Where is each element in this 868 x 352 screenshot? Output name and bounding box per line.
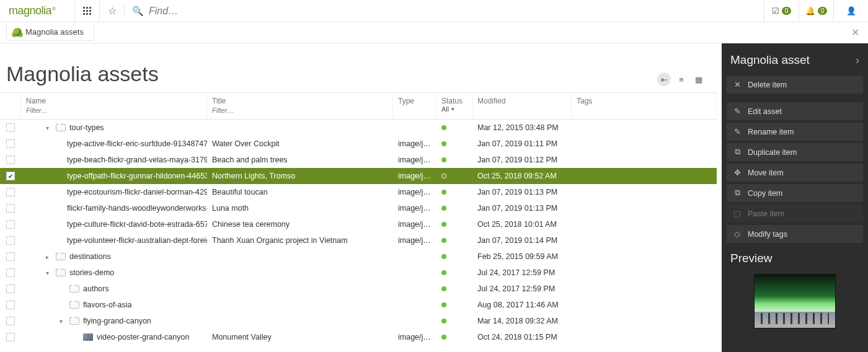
asset-name: flavors-of-asia [83, 301, 132, 309]
col-name[interactable]: Name [21, 93, 207, 119]
tree-icon: ⇤ [661, 75, 668, 84]
favorites-button[interactable]: ☆ [99, 0, 124, 22]
table-row[interactable]: ▾stories-demoJul 24, 2017 12:59 PM [0, 265, 717, 281]
search-icon: 🔍 [132, 6, 144, 17]
asset-name: flickr-family-hands-woodleywonderworks-2… [67, 204, 207, 213]
view-tree-button[interactable]: ⇤ [657, 73, 671, 86]
row-checkbox[interactable] [0, 123, 21, 132]
table-row[interactable]: ▸destinationsFeb 25, 2015 09:59 AM [0, 249, 717, 265]
action-copy-item[interactable]: ⧉Copy item [727, 184, 863, 202]
folder-icon [69, 317, 79, 325]
page-title: Magnolia assets [6, 62, 159, 86]
chevron-right-icon[interactable]: › [856, 53, 859, 67]
app-launcher-button[interactable] [74, 0, 99, 22]
page-head: Magnolia assets ⇤ ≡ ▦ [0, 43, 717, 92]
cell-modified: Mar 14, 2018 09:32 AM [472, 317, 572, 325]
search-input[interactable] [149, 6, 335, 17]
status-value: All [441, 105, 449, 113]
cell-title: Beautiful toucan [207, 188, 393, 196]
cell-name: type-active-flickr-eric-surfdude-9134874… [21, 139, 207, 148]
asset-name: type-active-flickr-eric-surfdude-9134874… [67, 139, 207, 148]
col-check [0, 93, 21, 119]
action-delete-item[interactable]: ✕Delete item [727, 76, 863, 94]
col-status-label: Status [441, 97, 463, 105]
table-row[interactable]: ▾tour-typesMar 12, 2015 03:48 PM [0, 120, 717, 136]
table-row[interactable]: ✔type-offpath-flickr-gunnar-hildonen-446… [0, 168, 717, 184]
expand-toggle[interactable]: ▾ [46, 270, 52, 276]
row-checkbox[interactable] [0, 301, 21, 309]
row-checkbox[interactable] [0, 333, 21, 341]
view-list-button[interactable]: ≡ [675, 73, 688, 86]
table-row[interactable]: flavors-of-asiaAug 08, 2017 11:46 AM [0, 297, 717, 313]
notifications-button[interactable]: 🔔 0 [799, 0, 833, 22]
row-checkbox[interactable] [0, 156, 21, 164]
expand-toggle[interactable]: ▾ [46, 125, 52, 131]
tasks-badge: 0 [782, 7, 792, 15]
asset-name: destinations [69, 252, 111, 261]
list-icon: ≡ [679, 75, 684, 84]
filter-title-input[interactable] [212, 105, 388, 118]
row-checkbox[interactable] [0, 204, 21, 213]
row-checkbox[interactable] [0, 188, 21, 196]
row-checkbox[interactable] [0, 317, 21, 325]
action-edit-asset[interactable]: ✎Edit asset [727, 102, 863, 120]
row-checkbox[interactable] [0, 284, 21, 293]
tasks-button[interactable]: ☑ 0 [764, 0, 799, 22]
col-type[interactable]: Type [393, 93, 436, 119]
table-row[interactable]: video-poster-grand-canyonMonument Valley… [0, 329, 717, 345]
status-select[interactable]: All ▾ [441, 105, 467, 113]
row-checkbox[interactable] [0, 252, 21, 261]
folder-icon [56, 124, 66, 131]
breadcrumb-node[interactable]: Magnolia assets [6, 24, 94, 41]
table-row[interactable]: type-beach-flickr-grand-velas-maya-31793… [0, 152, 717, 168]
row-checkbox[interactable] [0, 220, 21, 229]
folder-icon [69, 285, 79, 293]
close-app-button[interactable]: ✕ [851, 27, 859, 38]
row-checkbox[interactable] [0, 268, 21, 277]
view-thumb-button[interactable]: ▦ [692, 73, 706, 86]
table-row[interactable]: type-ecotourism-flickr-daniel-borman-429… [0, 184, 717, 200]
breadcrumb-bar: Magnolia assets ✕ [0, 22, 868, 43]
filter-name-input[interactable] [26, 105, 202, 118]
cell-modified: Jan 07, 2019 01:13 PM [472, 204, 572, 213]
action-move-item[interactable]: ✥Move item [727, 164, 863, 182]
action-list: ✕Delete item✎Edit asset✎Rename item⧉Dupl… [727, 76, 863, 243]
col-title[interactable]: Title [207, 93, 393, 119]
action-duplicate-item[interactable]: ⧉Duplicate item [727, 143, 863, 161]
thumb-icon: ▦ [695, 75, 702, 84]
star-icon: ☆ [108, 5, 117, 17]
cell-modified: Jan 07, 2019 01:13 PM [472, 188, 572, 196]
preview-thumbnail[interactable] [754, 274, 836, 328]
cell-modified: Jan 07, 2019 01:12 PM [472, 156, 572, 164]
svg-rect-3 [83, 10, 85, 12]
asset-name: flying-grand-canyon [83, 317, 151, 325]
col-modified[interactable]: Modified [472, 93, 572, 119]
cell-title: Chinese tea ceremony [207, 220, 393, 229]
row-checkbox[interactable] [0, 139, 21, 148]
col-status[interactable]: Status All ▾ [436, 93, 472, 119]
col-tags[interactable]: Tags [572, 93, 717, 119]
expand-toggle[interactable]: ▾ [60, 318, 66, 325]
breadcrumb-label: Magnolia assets [25, 27, 84, 37]
col-name-label: Name [26, 97, 46, 105]
table-row[interactable]: type-volunteer-flickr-australian-dept-fo… [0, 232, 717, 249]
table-row[interactable]: authorsJul 24, 2017 12:59 PM [0, 281, 717, 297]
row-checkbox[interactable]: ✔ [0, 172, 21, 180]
panel-title: Magnolia asset [730, 53, 810, 67]
table-row[interactable]: flickr-family-hands-woodleywonderworks-2… [0, 200, 717, 216]
table-row[interactable]: type-active-flickr-eric-surfdude-9134874… [0, 136, 717, 152]
action-modify-tags[interactable]: ◇Modify tags [727, 225, 863, 243]
action-rename-item[interactable]: ✎Rename item [727, 123, 863, 141]
col-title-label: Title [212, 97, 226, 105]
cell-modified: Jan 07, 2019 01:14 PM [472, 236, 572, 245]
asset-name: authors [83, 284, 109, 293]
expand-toggle[interactable]: ▸ [46, 253, 52, 260]
row-checkbox[interactable] [0, 236, 21, 245]
profile-button[interactable]: 👤 [833, 0, 868, 22]
status-published-icon [441, 141, 446, 146]
table-row[interactable]: ▾flying-grand-canyonMar 14, 2018 09:32 A… [0, 313, 717, 329]
cell-modified: Jul 24, 2017 12:59 PM [472, 268, 572, 277]
table-row[interactable]: type-culture-flickr-david-bote-estrada-6… [0, 216, 717, 232]
close-icon: ✕ [851, 27, 859, 38]
asset-browser: Name Title Type Status All ▾ Modified [0, 92, 717, 352]
